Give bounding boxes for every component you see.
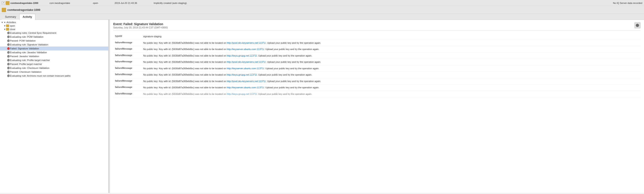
- tree-label-close: close: [10, 28, 16, 30]
- main-content: ▼ ▼ Activities ▼ open ▼ close Evaluating…: [0, 20, 644, 193]
- detail-row: failureMessageNo public key: Key with id…: [113, 46, 640, 53]
- detail-key: failureMessage: [113, 40, 142, 46]
- detail-row: failureMessageNo public key: Key with id…: [113, 52, 640, 59]
- tree-label-failed-sig: Failed: Signature Validation: [10, 47, 39, 50]
- detail-value: No public key: Key with id: (5630d87a369…: [142, 78, 640, 85]
- title-bar-title: comtwodragonlake-1000: [8, 8, 40, 11]
- tree-label-activities: Activities: [6, 21, 16, 24]
- detail-row: typeIdsignature-staging: [113, 33, 640, 40]
- tree-label-passed-checksum: Passed: Checksum Validation: [10, 71, 42, 73]
- detail-row: failureMessageNo public key: Key with id…: [113, 59, 640, 65]
- detail-value: No public key: Key with id: (5630d87a369…: [142, 72, 640, 78]
- right-panel-detail: Event: Failed: Signature Validation Satu…: [110, 20, 644, 193]
- folder-icon-close: [6, 28, 9, 30]
- detail-row: failureMessageNo public key: Key with id…: [113, 40, 640, 46]
- top-bar-domain: com.twodragonlake: [50, 2, 88, 4]
- detail-key: failureMessage: [113, 65, 142, 72]
- detail-row: failureMessageNo public key: Key with id…: [113, 78, 640, 85]
- tree-item-eval-profile[interactable]: Evaluating rule: Profile target matcher: [0, 58, 108, 62]
- tree-toggle-open[interactable]: ▼: [4, 24, 6, 27]
- tree-toggle-close[interactable]: ▼: [4, 28, 6, 30]
- tree-item-eval-javadoc[interactable]: Evaluating rule: Javadoc Validation: [0, 50, 108, 54]
- detail-key: failureMessage: [113, 91, 142, 97]
- detail-link[interactable]: http://keyserver.ubuntu.com:11371/: [227, 48, 264, 50]
- tree-toggle-activities2[interactable]: ▼: [4, 21, 6, 24]
- tree-label-eval-checksum: Evaluating rule: Checksum Validation: [10, 67, 49, 69]
- detail-key: failureMessage: [113, 78, 142, 85]
- event-title: Event: Failed: Signature Validation: [113, 22, 640, 26]
- detail-link[interactable]: http://pool.sks-keyservers.net:11371/: [227, 80, 266, 83]
- detail-value: No public key: Key with id: (5630d87a369…: [142, 85, 640, 91]
- detail-value: No public key: Key with id: (5630d87a369…: [142, 46, 640, 53]
- tree-item-eval-sig[interactable]: Evaluating rule: Signature Validation: [0, 43, 108, 47]
- top-bar: ✓ comtwodragonlake-1000 com.twodragonlak…: [0, 0, 644, 6]
- gear-icon-eval-archives: [7, 74, 10, 77]
- event-header: Event: Failed: Signature Validation Satu…: [113, 22, 640, 31]
- detail-row: failureMessageNo public key: Key with id…: [113, 65, 640, 72]
- gear-icon-passed-pom: [7, 39, 10, 42]
- tree-item-eval-checksum[interactable]: Evaluating rule: Checksum Validation: [0, 66, 108, 70]
- detail-row: failureMessageNo public key: Key with id…: [113, 72, 640, 78]
- detail-value: No public key: Key with id: (5630d87a369…: [142, 52, 640, 59]
- settings-button[interactable]: [634, 22, 640, 28]
- tree-item-passed-javadoc[interactable]: Passed: Javadoc Validation: [0, 54, 108, 58]
- detail-link[interactable]: http://pool.sks-keyservers.net:11371/: [227, 61, 266, 63]
- tree-item-failed-sig[interactable]: Failed: Signature Validation: [0, 47, 108, 50]
- tree-label-eval-central: Evaluating rules: Central Sync Requireme…: [10, 32, 56, 34]
- top-bar-package-icon: [6, 1, 10, 5]
- title-bar: comtwodragonlake-1000: [0, 6, 644, 14]
- gear-icon-eval-javadoc: [7, 51, 10, 54]
- tree-toggle-activities[interactable]: ▼: [1, 21, 4, 24]
- tree-label-eval-profile: Evaluating rule: Profile target matcher: [10, 59, 50, 62]
- detail-value: No public key: Key with id: (5630d87a369…: [142, 65, 640, 72]
- tabs-bar: Summary Activity: [0, 14, 644, 20]
- tree-label-eval-sig: Evaluating rule: Signature Validation: [10, 43, 48, 46]
- tree-item-passed-profile[interactable]: Passed: Profile target matcher: [0, 62, 108, 66]
- detail-key: failureMessage: [113, 85, 142, 91]
- top-bar-checkbox[interactable]: ✓: [2, 1, 5, 4]
- event-date: Saturday, July 20, 2019 21:43:44 CST (GM…: [113, 26, 640, 29]
- detail-link[interactable]: http://keyserver.ubuntu.com:11371/: [227, 67, 264, 70]
- gear-icon-eval-pom: [7, 35, 10, 38]
- top-bar-name: ✓ comtwodragonlake-1000: [2, 1, 45, 5]
- gear-icon-eval-sig: [7, 43, 10, 46]
- title-bar-icon: [2, 8, 6, 12]
- gear-icon-passed-profile: [7, 63, 10, 66]
- detail-link[interactable]: http://keys.gnupg.net:11371/: [227, 73, 257, 76]
- tree-item-passed-checksum[interactable]: Passed: Checksum Validation: [0, 70, 108, 74]
- tree-item-passed-pom[interactable]: Passed: POM Validation: [0, 39, 108, 43]
- top-bar-description: Implicitly created (auto staging).: [154, 2, 609, 4]
- folder-icon-open: [6, 24, 9, 27]
- tree-item-eval-central[interactable]: Evaluating rules: Central Sync Requireme…: [0, 31, 108, 35]
- tree-item-close[interactable]: ▼ close: [0, 27, 108, 31]
- detail-row: failureMessageNo public key: Key with id…: [113, 91, 640, 97]
- gear-icon-failed-sig: [7, 47, 10, 50]
- detail-value: No public key: Key with id: (5630d87a369…: [142, 59, 640, 65]
- tree-item-eval-archives[interactable]: Evaluating rule: Archives must not conta…: [0, 74, 108, 78]
- detail-key: failureMessage: [113, 52, 142, 59]
- detail-key: failureMessage: [113, 46, 142, 53]
- tree-label-open: open: [10, 24, 15, 27]
- detail-link[interactable]: http://keys.gnupg.net:11371/: [227, 93, 257, 95]
- detail-table: typeIdsignature-stagingfailureMessageNo …: [113, 33, 640, 97]
- detail-link[interactable]: http://pool.sks-keyservers.net:11371/: [227, 42, 266, 44]
- tree-label-eval-javadoc: Evaluating rule: Javadoc Validation: [10, 51, 47, 54]
- detail-key: failureMessage: [113, 72, 142, 78]
- detail-value: No public key: Key with id: (5630d87a369…: [142, 40, 640, 46]
- tree-item-open[interactable]: ▼ open: [0, 24, 108, 27]
- gear-icon-eval-profile: [7, 59, 10, 62]
- tab-summary[interactable]: Summary: [2, 14, 19, 20]
- tree-item-eval-pom[interactable]: Evaluating rule: POM Validation: [0, 35, 108, 39]
- tree-label-eval-pom: Evaluating rule: POM Validation: [10, 35, 44, 38]
- detail-row: failureMessageNo public key: Key with id…: [113, 85, 640, 91]
- tree-label-passed-pom: Passed: POM Validation: [10, 39, 36, 42]
- detail-link[interactable]: http://keys.gnupg.net:11371/: [227, 54, 257, 57]
- top-bar-status: open: [93, 2, 110, 4]
- gear-icon-eval-checksum: [7, 67, 10, 70]
- tab-activity[interactable]: Activity: [19, 14, 35, 20]
- detail-key: failureMessage: [113, 59, 142, 65]
- top-bar-iqserver: No IQ Server data recorded: [613, 2, 642, 4]
- tree-root-activities[interactable]: ▼ ▼ Activities: [0, 20, 108, 24]
- detail-link[interactable]: http://keyserver.ubuntu.com:11371/: [227, 86, 264, 89]
- detail-value: signature-staging: [142, 33, 640, 40]
